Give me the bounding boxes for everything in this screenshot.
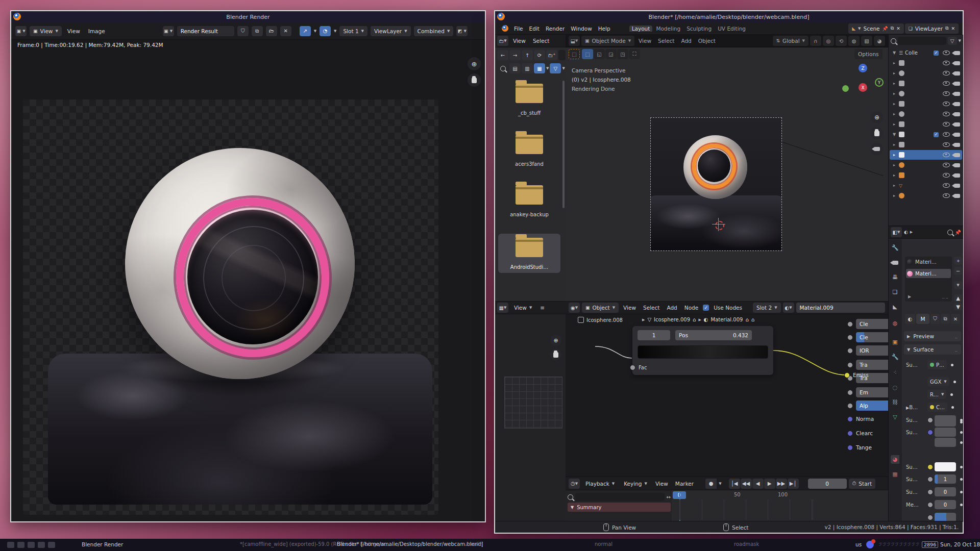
vector-z-field[interactable] [935, 438, 956, 447]
file-browser-scrollbar[interactable] [562, 81, 565, 208]
colorramp-node[interactable]: 1 Pos 0.432 Fac [632, 326, 773, 375]
decorator-dot[interactable] [960, 478, 963, 481]
current-frame-field[interactable]: 0 [808, 479, 847, 489]
start-frame-field[interactable]: ⏱Start [849, 479, 875, 489]
color-swatch[interactable] [935, 462, 956, 471]
path-field[interactable] [558, 50, 566, 60]
tab-world-icon[interactable]: ◍ [891, 319, 899, 328]
zoom-in-button[interactable]: ⊕ [468, 57, 481, 70]
eye-icon[interactable] [943, 71, 950, 76]
subsurface-method-dropdown[interactable]: R…▼ [927, 390, 946, 399]
unlink-x-icon[interactable]: ✕ [951, 314, 960, 324]
camera-icon[interactable] [954, 122, 960, 127]
jump-start-icon[interactable]: │◀ [729, 479, 740, 489]
main-window-titlebar[interactable]: Blender* [/home/amalie/Desktop/blender/w… [495, 11, 963, 22]
launcher-icon[interactable] [28, 542, 35, 548]
clock[interactable]: Sun, 20 Oct 18:55 [940, 541, 980, 547]
editor-type-button[interactable]: ⬓▼ [569, 36, 580, 46]
outliner-row-collection[interactable]: ▼☰Colle✓ [890, 48, 962, 58]
launcher-icon[interactable] [48, 542, 55, 548]
editor-type-button[interactable]: ◉▼ [569, 303, 580, 313]
tangent-socket[interactable] [847, 445, 853, 450]
expand-arrow-icon[interactable]: ▶ [908, 294, 911, 299]
file-browser-type-button[interactable]: 🗀▼ [497, 36, 508, 46]
tab-physics-icon[interactable]: ◌ [891, 383, 899, 392]
ramp-gradient-bar[interactable] [638, 345, 768, 359]
outliner-row[interactable]: ▸ [890, 79, 962, 88]
outliner-row-selected[interactable]: ▸ [890, 150, 962, 160]
outliner-row[interactable]: ▸ [890, 58, 962, 68]
search-icon[interactable] [891, 38, 896, 44]
camera-icon[interactable] [954, 163, 960, 167]
tab-particles-icon[interactable]: ⁖ [891, 368, 899, 377]
socket[interactable] [847, 362, 853, 368]
taskbar-item[interactable]: normal [595, 541, 612, 547]
back-icon[interactable]: ← [497, 50, 508, 60]
tab-sculpting[interactable]: Sculpting [684, 26, 714, 32]
outliner-row[interactable]: ▸ [890, 99, 962, 109]
value-field[interactable]: 0 [935, 487, 956, 496]
filter-chevron-icon[interactable]: ▼ [562, 66, 565, 70]
tl-menu-marker[interactable]: Marker [673, 481, 696, 487]
next-keyframe-icon[interactable]: ▶▶ [776, 479, 787, 489]
axis-y-handle[interactable]: Y [875, 78, 884, 87]
editor-type-button[interactable]: ◷▼ [569, 479, 580, 489]
summary-channel-row[interactable]: ▼ Summary [568, 503, 671, 512]
view-mode-dropdown[interactable]: ▣View▼ [30, 26, 62, 36]
menu-edit[interactable]: Edit [527, 26, 542, 32]
record-chevron-icon[interactable]: ▼ [719, 482, 721, 486]
eye-icon[interactable] [943, 163, 950, 167]
sh-menu-node[interactable]: Node [682, 305, 701, 311]
zoom-in-button[interactable]: ⊕ [550, 335, 561, 346]
vector-x-field[interactable] [935, 417, 956, 427]
camera-icon[interactable] [954, 173, 960, 178]
outliner-row[interactable]: ▸ [890, 191, 962, 201]
pin-icon[interactable]: 📌 [955, 230, 961, 235]
new-image-copy-icon[interactable]: ⧉ [252, 26, 263, 36]
mode-dropdown[interactable]: ▣Object Mode▼ [581, 36, 634, 46]
keyboard-layout-indicator[interactable]: us [855, 541, 862, 547]
pivot-chevron-icon[interactable]: ▼ [314, 29, 316, 33]
eye-icon[interactable] [943, 91, 950, 96]
camera-icon[interactable] [954, 133, 960, 137]
scene-selector[interactable]: ◣▼Scene📌⧉✕ [848, 23, 904, 34]
eye-icon[interactable] [943, 61, 950, 65]
create-folder-icon[interactable]: 🗀⁺ [546, 50, 557, 60]
pan-hand-button[interactable] [468, 73, 481, 87]
vp-camera-button[interactable] [871, 143, 883, 155]
proportional-edit-icon[interactable]: ◎ [823, 36, 834, 46]
socket[interactable] [847, 390, 853, 395]
overlays-icon[interactable]: ◍ [848, 36, 860, 46]
eye-icon[interactable] [943, 142, 950, 147]
eye-icon[interactable] [943, 132, 950, 137]
eye-icon[interactable] [943, 183, 950, 188]
eye-icon[interactable] [943, 51, 950, 55]
ramp-position-field[interactable]: Pos 0.432 [675, 330, 752, 340]
select-box-icon[interactable]: ⬚ [582, 49, 593, 59]
tab-data-icon[interactable]: ▽ [891, 413, 899, 421]
tab-scene-icon[interactable]: ◣ [891, 303, 899, 311]
tab-modifiers-icon[interactable]: 🔧 [891, 353, 899, 361]
tab-viewlayer-icon[interactable]: ❏ [891, 288, 899, 296]
outliner-row[interactable]: ▸ [890, 109, 962, 119]
renderpass-dropdown[interactable]: Combined▼ [414, 26, 454, 36]
forward-icon[interactable]: → [509, 50, 521, 60]
outliner-row[interactable]: ▸ [890, 140, 962, 149]
value-slider[interactable]: 1 [935, 474, 956, 484]
options-button[interactable]: Options [854, 49, 883, 59]
snap-chevron-icon[interactable]: ▼ [334, 29, 336, 33]
auto-key-record-icon[interactable]: ● [705, 479, 717, 489]
fb-menu-view[interactable]: View [510, 38, 528, 44]
menu-file[interactable]: File [511, 26, 526, 32]
vp-menu-select[interactable]: Select [655, 38, 677, 44]
use-nodes-checkbox[interactable]: ✓ Use Nodes [703, 305, 745, 311]
menu-render[interactable]: Render [543, 26, 567, 32]
tab-layout[interactable]: Layout [629, 26, 653, 32]
vp-zoom-button[interactable]: ⊕ [871, 111, 883, 123]
surface-panel-header[interactable]: ▼ Surface ⣀ [904, 344, 961, 355]
checkbox-icon[interactable]: ✓ [934, 132, 939, 137]
material-sphere-icon[interactable]: ◐▼ [783, 303, 794, 313]
surface-shader-button[interactable]: P… [927, 360, 947, 369]
shader-context-dropdown[interactable]: ▣Object▼ [582, 303, 619, 313]
decorator-dot[interactable] [951, 406, 954, 409]
